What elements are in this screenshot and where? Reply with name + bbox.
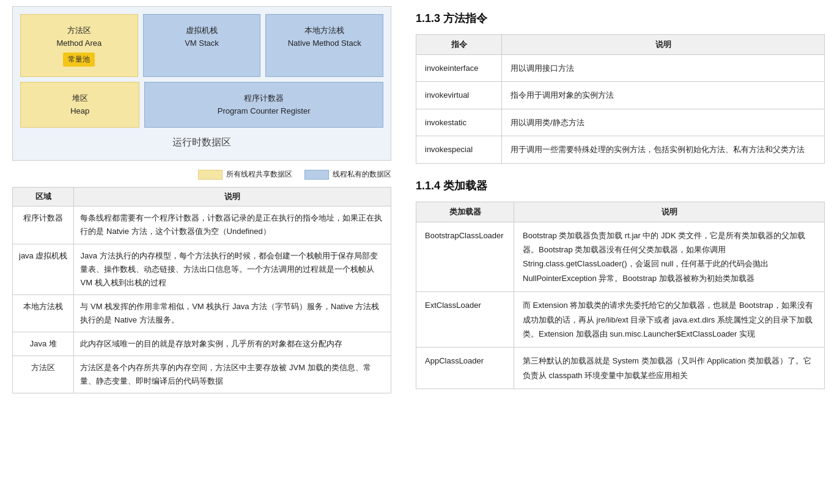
- row-desc: 每条线程都需要有一个程序计数器，计数器记录的是正在执行的指令地址，如果正在执行的…: [74, 206, 391, 244]
- heap-box: 堆区 Heap: [20, 82, 139, 128]
- native-stack-en: Native Method Stack: [288, 37, 361, 50]
- left-table-col-area: 区域: [13, 188, 74, 206]
- right-panel: 1.1.3 方法指令 指令 说明 invokeinterface 用以调用接口方…: [404, 0, 837, 504]
- row-desc: 此内存区域唯一的目的就是存放对象实例，几乎所有的对象都在这分配内存: [74, 332, 391, 356]
- method-area-label: 方法区: [67, 24, 91, 37]
- jvm-bottom-row: 堆区 Heap 程序计数器 Program Counter Register: [20, 82, 383, 128]
- row-desc: Java 方法执行的内存模型，每个方法执行的时候，都会创建一个栈帧用于保存局部变…: [74, 244, 391, 294]
- table-row: 本地方法栈 与 VM 栈发挥的作用非常相似，VM 栈执行 Java 方法（字节码…: [13, 294, 391, 332]
- row-desc: 而 Extension 将加载类的请求先委托给它的父加载器，也就是 Bootst…: [514, 292, 825, 348]
- legend-shared-icon: [198, 170, 223, 180]
- program-counter-label: 程序计数器: [244, 92, 284, 105]
- table-row: BootstrapClassLoader Bootstrap 类加载器负责加载 …: [416, 222, 825, 292]
- row-loader: ExtClassLoader: [416, 292, 514, 348]
- row-loader: AppClassLoader: [416, 348, 514, 389]
- row-desc: 用以调用类/静态方法: [502, 109, 825, 136]
- table-row: ExtClassLoader 而 Extension 将加载类的请求先委托给它的…: [416, 292, 825, 348]
- row-cmd: invokestatic: [416, 109, 502, 136]
- legend-private: 线程私有的数据区: [304, 169, 391, 180]
- runtime-area-title: 运行时数据区: [20, 133, 383, 153]
- classloader-table: 类加载器 说明 BootstrapClassLoader Bootstrap 类…: [416, 202, 825, 390]
- left-panel: 方法区 Method Area 常量池 虚拟机栈 VM Stack 本地方法栈 …: [0, 0, 404, 504]
- row-desc: 用以调用接口方法: [502, 55, 825, 82]
- instructions-col-desc: 说明: [502, 35, 825, 55]
- method-area-box: 方法区 Method Area 常量池: [20, 14, 138, 77]
- heap-en: Heap: [70, 105, 89, 118]
- row-area: 程序计数器: [13, 206, 74, 244]
- instructions-col-cmd: 指令: [416, 35, 502, 55]
- row-area: 本地方法栈: [13, 294, 74, 332]
- table-row: AppClassLoader 第三种默认的加载器就是 System 类加载器（又…: [416, 348, 825, 389]
- row-desc: 指令用于调用对象的实例方法: [502, 82, 825, 109]
- legend: 所有线程共享数据区 线程私有的数据区: [12, 169, 391, 180]
- table-row: 程序计数器 每条线程都需要有一个程序计数器，计数器记录的是正在执行的指令地址，如…: [13, 206, 391, 244]
- row-desc: Bootstrap 类加载器负责加载 rt.jar 中的 JDK 类文件，它是所…: [514, 222, 825, 292]
- left-table-col-desc: 说明: [74, 188, 391, 206]
- row-desc: 与 VM 栈发挥的作用非常相似，VM 栈执行 Java 方法（字节码）服务，Na…: [74, 294, 391, 332]
- table-row: invokespecial 用于调用一些需要特殊处理的实例方法，包括实例初始化方…: [416, 136, 825, 163]
- row-area: 方法区: [13, 356, 74, 393]
- row-area: java 虚拟机栈: [13, 244, 74, 294]
- legend-shared: 所有线程共享数据区: [198, 169, 292, 180]
- legend-shared-label: 所有线程共享数据区: [226, 169, 292, 180]
- legend-private-icon: [304, 170, 329, 180]
- row-desc: 第三种默认的加载器就是 System 类加载器（又叫作 Application …: [514, 348, 825, 389]
- section-1-title: 1.1.3 方法指令: [416, 11, 825, 26]
- program-counter-en: Program Counter Register: [218, 105, 311, 118]
- vm-stack-en: VM Stack: [185, 37, 219, 50]
- heap-label: 堆区: [72, 92, 88, 105]
- classloader-col-loader: 类加载器: [416, 202, 514, 222]
- table-row: Java 堆 此内存区域唯一的目的就是存放对象实例，几乎所有的对象都在这分配内存: [13, 332, 391, 356]
- jvm-top-row: 方法区 Method Area 常量池 虚拟机栈 VM Stack 本地方法栈 …: [20, 14, 383, 77]
- table-row: invokevirtual 指令用于调用对象的实例方法: [416, 82, 825, 109]
- table-row: invokeinterface 用以调用接口方法: [416, 55, 825, 82]
- method-area-en: Method Area: [56, 37, 101, 50]
- table-row: 方法区 方法区是各个内存所共享的内存空间，方法区中主要存放被 JVM 加载的类信…: [13, 356, 391, 393]
- row-cmd: invokevirtual: [416, 82, 502, 109]
- method-instructions-table: 指令 说明 invokeinterface 用以调用接口方法 invokevir…: [416, 34, 825, 164]
- table-row: java 虚拟机栈 Java 方法执行的内存模型，每个方法执行的时候，都会创建一…: [13, 244, 391, 294]
- program-counter-box: 程序计数器 Program Counter Register: [144, 82, 383, 128]
- vm-stack-label: 虚拟机栈: [186, 24, 218, 37]
- legend-private-label: 线程私有的数据区: [333, 169, 391, 180]
- jvm-diagram: 方法区 Method Area 常量池 虚拟机栈 VM Stack 本地方法栈 …: [12, 6, 391, 161]
- vm-stack-box: 虚拟机栈 VM Stack: [143, 14, 261, 77]
- classloader-col-desc: 说明: [514, 202, 825, 222]
- row-loader: BootstrapClassLoader: [416, 222, 514, 292]
- row-cmd: invokespecial: [416, 136, 502, 163]
- row-desc: 方法区是各个内存所共享的内存空间，方法区中主要存放被 JVM 加载的类信息、常量…: [74, 356, 391, 393]
- left-table: 区域 说明 程序计数器 每条线程都需要有一个程序计数器，计数器记录的是正在执行的…: [12, 187, 391, 393]
- section-2-title: 1.1.4 类加载器: [416, 178, 825, 193]
- table-row: invokestatic 用以调用类/静态方法: [416, 109, 825, 136]
- native-stack-label: 本地方法栈: [304, 24, 344, 37]
- native-stack-box: 本地方法栈 Native Method Stack: [265, 14, 383, 77]
- constant-pool-badge: 常量池: [63, 53, 95, 67]
- row-desc: 用于调用一些需要特殊处理的实例方法，包括实例初始化方法、私有方法和父类方法: [502, 136, 825, 163]
- row-cmd: invokeinterface: [416, 55, 502, 82]
- row-area: Java 堆: [13, 332, 74, 356]
